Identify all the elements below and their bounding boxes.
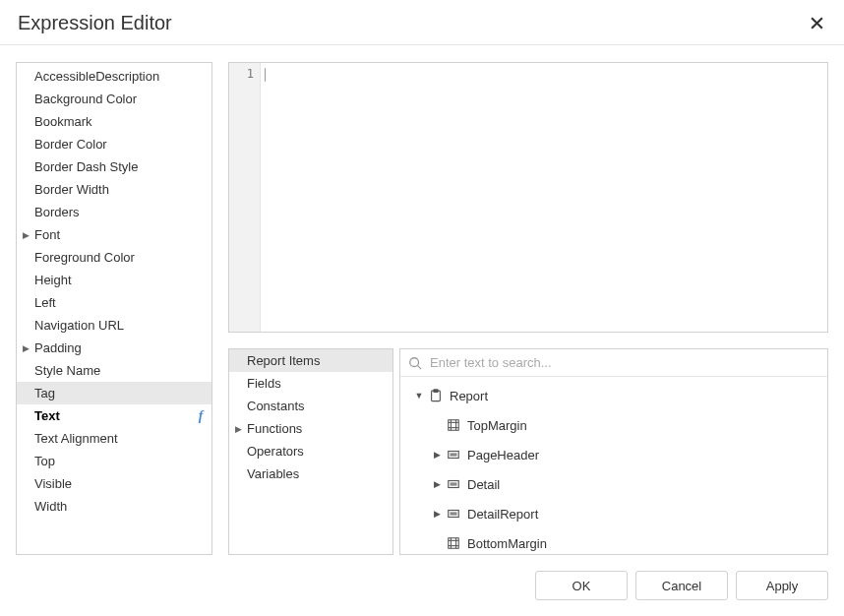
category-row[interactable]: Constants bbox=[229, 395, 392, 417]
tree-label: BottomMargin bbox=[467, 536, 827, 551]
apply-button[interactable]: Apply bbox=[736, 571, 828, 600]
category-row[interactable]: ▶Functions bbox=[229, 417, 392, 440]
property-label: Foreground Color bbox=[34, 250, 211, 265]
property-row[interactable]: Borders bbox=[17, 201, 211, 223]
fx-icon: f bbox=[194, 408, 211, 424]
category-label: Constants bbox=[247, 399, 392, 413]
tree-label: Report bbox=[450, 389, 827, 403]
svg-rect-11 bbox=[449, 481, 459, 488]
tree-row[interactable]: ▼Report bbox=[400, 381, 827, 410]
property-label: Width bbox=[34, 499, 211, 514]
property-row[interactable]: Style Name bbox=[17, 359, 211, 382]
property-row[interactable]: Navigation URL bbox=[17, 314, 211, 337]
tree-row[interactable]: ▶Detail bbox=[400, 469, 827, 499]
svg-rect-17 bbox=[449, 538, 459, 549]
property-row[interactable]: Textf bbox=[17, 404, 211, 427]
report-items-tree[interactable]: ▼ReportTopMargin▶PageHeader▶Detail▶Detai… bbox=[400, 377, 827, 554]
property-row[interactable]: AccessibleDescription bbox=[17, 65, 211, 88]
property-label: Border Dash Style bbox=[34, 159, 211, 174]
property-label: Visible bbox=[34, 476, 211, 491]
property-row[interactable]: Top bbox=[17, 450, 211, 472]
expand-caret-icon: ▶ bbox=[17, 230, 34, 240]
tree-row[interactable]: TopMargin bbox=[400, 410, 827, 440]
property-row[interactable]: Height bbox=[17, 269, 211, 291]
tree-label: Detail bbox=[467, 477, 827, 492]
tree-label: PageHeader bbox=[467, 448, 827, 462]
band-icon bbox=[446, 476, 461, 492]
line-number: 1 bbox=[229, 67, 254, 81]
property-row[interactable]: Background Color bbox=[17, 88, 211, 110]
svg-rect-8 bbox=[449, 452, 459, 459]
svg-rect-2 bbox=[434, 390, 438, 393]
items-panel: ▼ReportTopMargin▶PageHeader▶Detail▶Detai… bbox=[399, 348, 828, 555]
property-label: Left bbox=[34, 295, 211, 310]
property-row[interactable]: Visible bbox=[17, 472, 211, 495]
property-row[interactable]: Left bbox=[17, 291, 211, 314]
property-label: Tag bbox=[34, 386, 211, 400]
expand-caret-icon: ▶ bbox=[17, 343, 34, 353]
tree-row[interactable]: ▶DetailReport bbox=[400, 499, 827, 528]
category-label: Report Items bbox=[247, 353, 392, 368]
properties-panel[interactable]: AccessibleDescriptionBackground ColorBoo… bbox=[16, 62, 212, 555]
property-label: AccessibleDescription bbox=[34, 69, 211, 84]
editor-cursor bbox=[265, 68, 266, 82]
dialog-footer: OK Cancel Apply bbox=[0, 571, 844, 616]
category-label: Operators bbox=[247, 444, 392, 459]
category-row[interactable]: Operators bbox=[229, 440, 392, 462]
property-label: Top bbox=[34, 454, 211, 468]
property-label: Padding bbox=[34, 340, 211, 355]
search-icon bbox=[408, 356, 422, 370]
property-label: Background Color bbox=[34, 92, 211, 106]
tree-row[interactable]: BottomMargin bbox=[400, 528, 827, 554]
category-label: Variables bbox=[247, 466, 392, 481]
expression-editor-dialog: Expression Editor AccessibleDescriptionB… bbox=[0, 0, 844, 616]
close-button[interactable] bbox=[807, 14, 826, 33]
property-label: Text bbox=[34, 408, 194, 423]
category-row[interactable]: Fields bbox=[229, 372, 392, 395]
selectors-row: Report ItemsFieldsConstants▶FunctionsOpe… bbox=[228, 348, 828, 555]
search-bar bbox=[400, 349, 827, 377]
clipboard-icon bbox=[428, 388, 444, 403]
property-row[interactable]: Bookmark bbox=[17, 110, 211, 133]
property-label: Border Width bbox=[34, 182, 211, 197]
tree-caret-icon: ▶ bbox=[430, 479, 444, 489]
category-row[interactable]: Report Items bbox=[229, 349, 392, 372]
search-input[interactable] bbox=[430, 355, 819, 370]
cancel-button[interactable]: Cancel bbox=[635, 571, 728, 600]
property-row[interactable]: ▶Font bbox=[17, 223, 211, 246]
svg-rect-14 bbox=[449, 511, 459, 518]
property-label: Text Alignment bbox=[34, 431, 211, 446]
property-row[interactable]: Foreground Color bbox=[17, 246, 211, 269]
tree-label: DetailReport bbox=[467, 507, 827, 522]
property-row[interactable]: Border Color bbox=[17, 133, 211, 155]
property-row[interactable]: Tag bbox=[17, 382, 211, 404]
close-icon bbox=[810, 16, 824, 31]
property-row[interactable]: ▶Padding bbox=[17, 337, 211, 359]
property-label: Navigation URL bbox=[34, 318, 211, 333]
editor-gutter: 1 bbox=[229, 63, 261, 332]
ok-button[interactable]: OK bbox=[535, 571, 628, 600]
property-label: Style Name bbox=[34, 363, 211, 378]
svg-point-0 bbox=[410, 357, 419, 366]
tree-caret-icon: ▼ bbox=[412, 391, 426, 400]
dialog-body: AccessibleDescriptionBackground ColorBoo… bbox=[0, 46, 844, 571]
editor-content[interactable] bbox=[261, 63, 827, 332]
category-row[interactable]: Variables bbox=[229, 462, 392, 485]
property-row[interactable]: Text Alignment bbox=[17, 427, 211, 450]
tree-row[interactable]: ▶PageHeader bbox=[400, 440, 827, 469]
property-label: Height bbox=[34, 273, 211, 287]
property-label: Border Color bbox=[34, 137, 211, 152]
tree-label: TopMargin bbox=[467, 418, 827, 433]
band-icon bbox=[446, 506, 461, 522]
category-list[interactable]: Report ItemsFieldsConstants▶FunctionsOpe… bbox=[228, 348, 393, 555]
svg-rect-3 bbox=[449, 420, 459, 431]
dialog-title: Expression Editor bbox=[18, 12, 172, 34]
property-row[interactable]: Border Width bbox=[17, 178, 211, 201]
expression-code-editor[interactable]: 1 bbox=[228, 62, 828, 333]
property-row[interactable]: Border Dash Style bbox=[17, 155, 211, 178]
property-label: Bookmark bbox=[34, 114, 211, 129]
property-row[interactable]: Width bbox=[17, 495, 211, 518]
tree-caret-icon: ▶ bbox=[430, 509, 444, 519]
category-label: Fields bbox=[247, 376, 392, 391]
property-label: Borders bbox=[34, 205, 211, 219]
